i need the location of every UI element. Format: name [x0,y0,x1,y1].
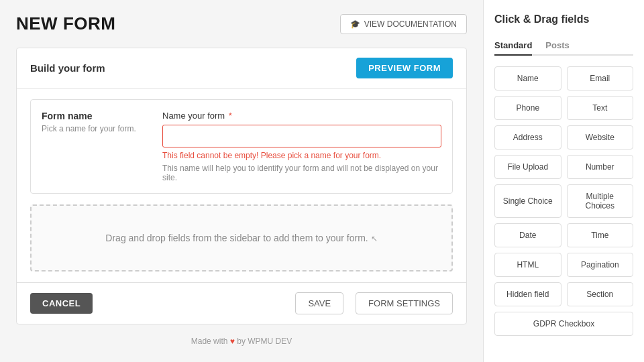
error-message: This field cannot be empty! Please pick … [162,151,441,160]
required-indicator: * [226,111,232,121]
field-time[interactable]: Time [567,223,634,247]
field-gdpr-checkbox[interactable]: GDPR Checkbox [494,312,633,336]
view-docs-button[interactable]: 🎓 VIEW DOCUMENTATION [340,14,467,34]
field-grid: Name Email Phone Text Address Website Fi… [494,66,633,336]
sidebar-title: Click & Drag fields [494,13,633,25]
field-hidden-field[interactable]: Hidden field [494,282,561,306]
drop-zone: Drag and drop fields from the sidebar to… [30,204,453,272]
form-name-section: Form name Pick a name for your form. Nam… [30,99,453,194]
save-button[interactable]: SAVE [295,292,343,314]
tab-standard[interactable]: Standard [494,36,532,56]
field-section[interactable]: Section [567,282,634,306]
field-website[interactable]: Website [567,125,634,149]
page-header: NEW FORM 🎓 VIEW DOCUMENTATION [16,13,467,34]
drop-zone-text: Drag and drop fields from the sidebar to… [105,233,368,243]
main-content: NEW FORM 🎓 VIEW DOCUMENTATION Build your… [0,0,483,362]
view-docs-label: VIEW DOCUMENTATION [364,19,457,29]
sidebar: Click & Drag fields Standard Posts Name … [483,0,644,362]
field-multiple-choices[interactable]: Multiple Choices [567,184,634,218]
form-builder-title: Build your form [30,62,105,74]
form-name-input[interactable] [162,125,441,147]
form-builder-card: Build your form PREVIEW FORM Form name P… [16,48,467,324]
sidebar-tabs: Standard Posts [494,36,633,56]
field-label: Name your form * [162,111,441,121]
heart-icon: ♥ [230,337,237,346]
preview-form-button[interactable]: PREVIEW FORM [356,58,453,78]
field-file-upload[interactable]: File Upload [494,155,561,179]
field-name[interactable]: Name [494,66,561,90]
cancel-button[interactable]: CANCEL [30,293,93,314]
field-pagination[interactable]: Pagination [567,253,634,277]
form-name-label: Form name [42,111,149,121]
graduation-icon: 🎓 [350,19,360,29]
form-builder-header: Build your form PREVIEW FORM [17,48,466,88]
form-footer: CANCEL SAVE FORM SETTINGS [17,282,466,324]
field-address[interactable]: Address [494,125,561,149]
tab-posts[interactable]: Posts [545,36,569,56]
form-name-left: Form name Pick a name for your form. [42,111,149,133]
field-text[interactable]: Text [567,96,634,120]
field-email[interactable]: Email [567,66,634,90]
field-number[interactable]: Number [567,155,634,179]
cursor-indicator: ↖ [371,234,378,243]
footer-text-before: Made with [191,337,228,346]
field-phone[interactable]: Phone [494,96,561,120]
form-name-right: Name your form * This field cannot be em… [162,111,441,182]
field-html[interactable]: HTML [494,253,561,277]
footer-text-after: by WPMU DEV [237,337,292,346]
field-single-choice[interactable]: Single Choice [494,184,561,218]
page-footer: Made with ♥ by WPMU DEV [16,324,467,358]
form-name-hint: Pick a name for your form. [42,124,149,133]
field-date[interactable]: Date [494,223,561,247]
form-settings-button[interactable]: FORM SETTINGS [356,292,453,314]
page-title: NEW FORM [16,13,115,34]
helper-text: This name will help you to identify your… [162,164,441,182]
